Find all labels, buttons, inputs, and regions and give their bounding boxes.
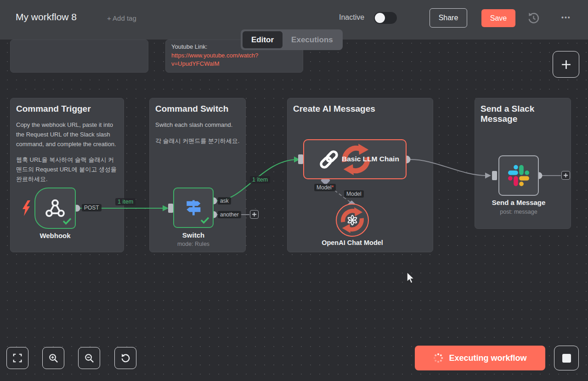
add-tag-button[interactable]: + Add tag <box>107 14 136 22</box>
items-count-label: 1 item <box>250 176 270 183</box>
toggle-knob <box>375 13 385 23</box>
plus-icon <box>252 212 257 217</box>
trigger-bolt-icon <box>21 200 31 218</box>
connection-arrow <box>163 205 169 211</box>
switch-node-label: Switch <box>159 231 228 239</box>
tab-executions[interactable]: Executions <box>283 31 342 48</box>
zoom-out-button[interactable] <box>78 347 100 369</box>
openai-model-port-label: Model <box>344 190 364 198</box>
switch-ask-port-label: ask <box>218 197 231 205</box>
node-slack-send-message[interactable] <box>498 155 539 196</box>
undo-arrow-icon <box>120 353 131 364</box>
plus-icon <box>563 173 568 178</box>
zoom-out-icon <box>84 353 95 364</box>
openai-logo-icon <box>337 205 368 236</box>
node-webhook[interactable] <box>34 188 76 229</box>
stop-icon <box>562 354 571 363</box>
spinner-icon <box>433 353 443 363</box>
switch-another-port-label: another <box>218 211 241 218</box>
zoom-to-fit-button[interactable] <box>6 347 28 369</box>
add-node-from-another-button[interactable] <box>250 210 259 219</box>
openai-node-label: OpenAI Chat Model <box>318 239 387 246</box>
webhook-post-port-label: POST <box>82 204 102 211</box>
success-check-icon <box>200 216 209 226</box>
llm-node-title: Basic LLM Chain <box>342 155 399 163</box>
save-button[interactable]: Save <box>481 9 515 27</box>
view-tabs: Editor Executions <box>241 29 343 50</box>
items-count-label: 1 item <box>115 198 136 205</box>
add-node-button[interactable] <box>553 51 579 78</box>
connection-arrow <box>485 173 491 179</box>
add-node-from-slack-button[interactable] <box>561 171 570 180</box>
switch-node-subtitle: mode: Rules <box>159 241 228 247</box>
llm-model-port-label: Model* <box>314 184 336 191</box>
zoom-in-button[interactable] <box>42 347 64 369</box>
tab-editor[interactable]: Editor <box>243 31 283 48</box>
history-icon[interactable] <box>527 12 540 24</box>
zoom-in-icon <box>48 353 59 364</box>
slack-input-port[interactable] <box>492 171 497 180</box>
chain-link-icon <box>317 148 341 171</box>
share-button[interactable]: Share <box>430 8 467 28</box>
switch-icon <box>183 198 204 218</box>
more-options-button[interactable]: ••• <box>561 14 571 21</box>
slack-node-label: Send a Message <box>484 199 553 206</box>
slack-icon <box>508 165 529 186</box>
llm-input-port[interactable] <box>298 154 303 164</box>
plus-icon <box>560 59 572 70</box>
executing-workflow-label: Executing workflow <box>449 353 526 363</box>
webhook-icon <box>45 198 66 219</box>
active-toggle[interactable] <box>374 12 397 24</box>
node-switch[interactable] <box>173 188 214 228</box>
connection-llm-slack[interactable] <box>410 159 487 176</box>
reset-zoom-button[interactable] <box>114 347 136 369</box>
node-openai-chat-model[interactable] <box>336 204 369 237</box>
executing-workflow-button[interactable]: Executing workflow <box>415 346 545 370</box>
workflow-title[interactable]: My workflow 8 <box>16 11 77 23</box>
stop-execution-button[interactable] <box>554 346 579 370</box>
active-state-label: Inactive <box>339 13 364 22</box>
switch-input-port[interactable] <box>168 204 173 213</box>
fit-view-icon <box>12 353 23 363</box>
workflow-canvas[interactable]: Youtube Link: https://www.youtube.com/wa… <box>0 0 588 381</box>
mouse-cursor <box>406 272 418 287</box>
slack-node-subtitle: post: message <box>484 209 553 215</box>
required-star: * <box>332 184 334 191</box>
success-check-icon <box>62 217 72 227</box>
webhook-node-label: Webhook <box>21 232 90 239</box>
